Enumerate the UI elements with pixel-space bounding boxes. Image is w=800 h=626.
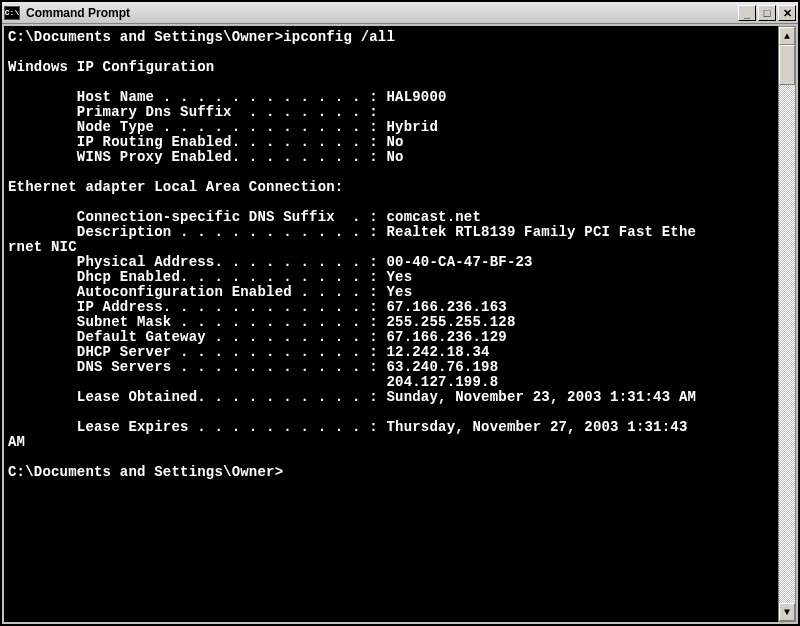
minimize-button[interactable]: _ — [738, 5, 756, 21]
lease-expires-line-1: Lease Expires . . . . . . . . . . : Thur… — [8, 419, 696, 435]
node-type-line: Node Type . . . . . . . . . . . . : Hybr… — [8, 119, 438, 135]
titlebar[interactable]: C:\ Command Prompt _ □ ✕ — [2, 2, 798, 24]
description-line-1: Description . . . . . . . . . . . : Real… — [8, 224, 696, 240]
dhcp-server-line: DHCP Server . . . . . . . . . . . : 12.2… — [8, 344, 490, 360]
adapter-header: Ethernet adapter Local Area Connection: — [8, 179, 343, 195]
default-gateway-line: Default Gateway . . . . . . . . . : 67.1… — [8, 329, 507, 345]
scrollbar-track[interactable] — [779, 45, 795, 603]
scroll-down-button[interactable]: ▼ — [779, 603, 795, 621]
section-header: Windows IP Configuration — [8, 59, 214, 75]
primary-dns-suffix-line: Primary Dns Suffix . . . . . . . : — [8, 104, 378, 120]
subnet-mask-line: Subnet Mask . . . . . . . . . . . : 255.… — [8, 314, 515, 330]
client-area: C:\Documents and Settings\Owner>ipconfig… — [2, 24, 798, 624]
chevron-up-icon: ▲ — [784, 31, 790, 42]
chevron-down-icon: ▼ — [784, 607, 790, 618]
connection-suffix-line: Connection-specific DNS Suffix . : comca… — [8, 209, 481, 225]
system-menu-icon[interactable]: C:\ — [4, 6, 20, 20]
dns-servers-line-2: 204.127.199.8 — [8, 374, 498, 390]
window-title: Command Prompt — [24, 6, 738, 20]
scrollbar-thumb[interactable] — [779, 45, 795, 85]
dhcp-enabled-line: Dhcp Enabled. . . . . . . . . . . : Yes — [8, 269, 412, 285]
maximize-button[interactable]: □ — [758, 5, 776, 21]
prompt-line: C:\Documents and Settings\Owner> — [8, 464, 283, 480]
host-name-line: Host Name . . . . . . . . . . . . : HAL9… — [8, 89, 447, 105]
wins-proxy-line: WINS Proxy Enabled. . . . . . . . : No — [8, 149, 404, 165]
terminal-output[interactable]: C:\Documents and Settings\Owner>ipconfig… — [4, 26, 778, 622]
command-prompt-window: C:\ Command Prompt _ □ ✕ C:\Documents an… — [0, 0, 800, 626]
window-controls: _ □ ✕ — [738, 5, 796, 21]
autoconfiguration-line: Autoconfiguration Enabled . . . . : Yes — [8, 284, 412, 300]
prompt-line: C:\Documents and Settings\Owner>ipconfig… — [8, 29, 395, 45]
scroll-up-button[interactable]: ▲ — [779, 27, 795, 45]
ip-routing-line: IP Routing Enabled. . . . . . . . : No — [8, 134, 404, 150]
lease-expires-line-2: AM — [8, 434, 25, 450]
dns-servers-line-1: DNS Servers . . . . . . . . . . . : 63.2… — [8, 359, 498, 375]
close-button[interactable]: ✕ — [778, 5, 796, 21]
ip-address-line: IP Address. . . . . . . . . . . . : 67.1… — [8, 299, 507, 315]
description-line-2: rnet NIC — [8, 239, 77, 255]
lease-obtained-line: Lease Obtained. . . . . . . . . . : Sund… — [8, 389, 696, 405]
vertical-scrollbar[interactable]: ▲ ▼ — [778, 26, 796, 622]
physical-address-line: Physical Address. . . . . . . . . : 00-4… — [8, 254, 533, 270]
